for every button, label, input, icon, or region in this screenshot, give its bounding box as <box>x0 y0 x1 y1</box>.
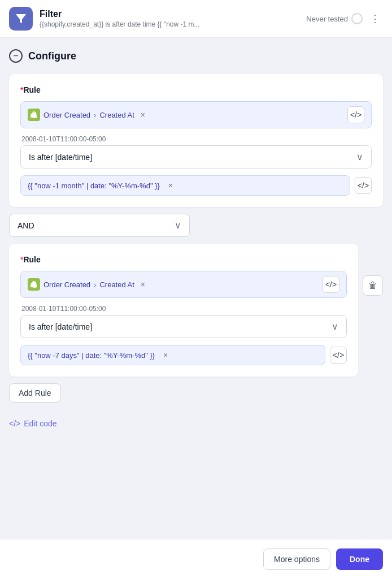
more-options-button[interactable]: More options <box>263 548 330 570</box>
add-rule-label: Add Rule <box>19 388 51 397</box>
header: Filter {{shopify.created_at}} is after d… <box>0 0 392 38</box>
and-operator-dropdown[interactable]: AND ∨ <box>9 214 190 237</box>
rule2-condition-dropdown[interactable]: Is after [date/time] ∨ <box>20 315 347 338</box>
rule1-tag-row: Order Created › Created At × </> <box>20 101 372 128</box>
rule1-timestamp: 2008-01-10T11:00:00-05:00 <box>20 133 372 145</box>
rule2-timestamp: 2008-01-10T11:00:00-05:00 <box>20 303 347 315</box>
rule2-template-close[interactable]: × <box>160 350 171 360</box>
collapse-button[interactable] <box>9 49 23 63</box>
edit-code-icon: </> <box>9 419 20 428</box>
rule2-delete-button[interactable]: 🗑 <box>363 275 383 296</box>
rule2-template-value: {{ "now -7 days" | date: "%Y-%m-%d" }} <box>28 351 155 360</box>
rule2-order-created: Order Created <box>43 280 90 289</box>
configure-title: Configure <box>28 50 76 62</box>
rule-block-1: *Rule Order Created › Created At × </> 2… <box>9 74 383 207</box>
rule-block-2: *Rule Order Created › Created At × </> <box>9 244 358 377</box>
main-content: Configure *Rule Order Created › Created … <box>0 38 392 539</box>
add-rule-button[interactable]: Add Rule <box>9 383 61 403</box>
rule2-code-button[interactable]: </> <box>323 276 339 293</box>
rule2-chevron: › <box>94 280 96 289</box>
rule1-template-code-icon: </> <box>358 181 369 190</box>
edit-code-label: Edit code <box>24 419 56 428</box>
trash-icon: 🗑 <box>368 280 377 291</box>
rule1-code-icon: </> <box>350 110 361 119</box>
rule1-order-created: Order Created <box>43 111 90 119</box>
edit-code-link[interactable]: </> Edit code <box>9 419 57 428</box>
rule2-tag-row: Order Created › Created At × </> <box>20 271 347 298</box>
shopify-icon-1 <box>28 109 40 121</box>
rule1-created-at: Created At <box>99 111 134 119</box>
done-label: Done <box>350 555 369 564</box>
rule2-template-row: {{ "now -7 days" | date: "%Y-%m-%d" }} ×… <box>20 345 347 365</box>
rule2-condition-text: Is after [date/time] <box>29 322 92 331</box>
rule1-tag-items: Order Created › Created At × <box>28 109 148 121</box>
and-operator-chevron: ∨ <box>175 220 181 231</box>
rule1-dropdown-chevron: ∨ <box>356 152 363 162</box>
more-options-icon[interactable]: ⋮ <box>367 11 383 27</box>
rule2-template-code-button[interactable]: </> <box>330 347 347 364</box>
filter-icon <box>9 7 33 31</box>
rule2-code-icon: </> <box>325 280 337 289</box>
shopify-icon-2 <box>28 278 40 291</box>
never-tested-status: Never tested <box>306 13 363 24</box>
rule1-template-close[interactable]: × <box>165 180 176 191</box>
header-subtitle: {{shopify.created_at}} is after date tim… <box>40 20 299 28</box>
footer: More options Done <box>0 539 392 579</box>
rule1-tag-close[interactable]: × <box>138 110 148 120</box>
rule1-condition-text: Is after [date/time] <box>29 153 92 162</box>
done-button[interactable]: Done <box>336 548 383 570</box>
header-text: Filter {{shopify.created_at}} is after d… <box>40 9 299 28</box>
rule1-template-value: {{ "now -1 month" | date: "%Y-%m-%d" }} <box>28 182 160 190</box>
header-right: Never tested ⋮ <box>306 11 383 27</box>
rule1-template-row: {{ "now -1 month" | date: "%Y-%m-%d" }} … <box>20 175 372 196</box>
rule2-template-tag: {{ "now -7 days" | date: "%Y-%m-%d" }} × <box>20 345 325 365</box>
rule1-template-code-button[interactable]: </> <box>355 177 372 194</box>
rule1-condition-dropdown[interactable]: Is after [date/time] ∨ <box>20 145 372 168</box>
more-options-label: More options <box>274 555 320 564</box>
rule-wrapper-2: *Rule Order Created › Created At × </> <box>9 244 383 377</box>
configure-header: Configure <box>9 49 383 63</box>
rule1-chevron: › <box>94 111 96 119</box>
rule1-code-button[interactable]: </> <box>347 106 364 123</box>
rule2-template-code-icon: </> <box>333 351 344 360</box>
and-operator-text: AND <box>18 221 34 230</box>
rule2-tag-close[interactable]: × <box>138 279 148 290</box>
rule2-tag-items: Order Created › Created At × <box>28 278 148 291</box>
rule1-template-tag: {{ "now -1 month" | date: "%Y-%m-%d" }} … <box>20 175 350 196</box>
status-toggle[interactable] <box>351 13 363 24</box>
rule2-created-at: Created At <box>99 280 134 289</box>
header-title: Filter <box>40 9 299 19</box>
rule-label-2: *Rule <box>20 255 347 264</box>
rule-label-1: *Rule <box>20 85 372 94</box>
rule2-dropdown-chevron: ∨ <box>332 321 338 332</box>
